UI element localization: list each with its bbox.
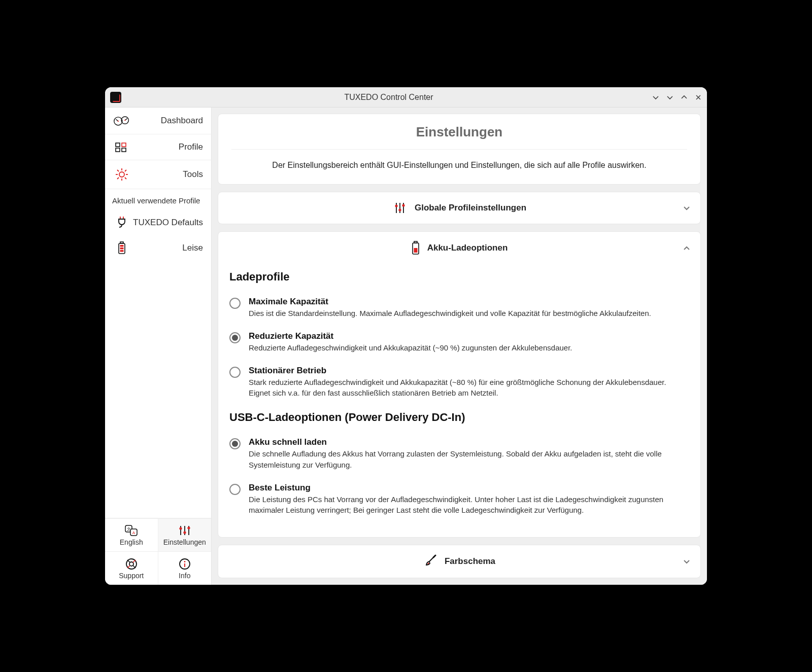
svg-point-52: [402, 204, 404, 206]
radio-max-capacity[interactable]: Maximale Kapazität Dies ist die Standard…: [229, 293, 689, 327]
radio-title: Maximale Kapazität: [249, 297, 651, 307]
usbc-heading: USB-C-Ladeoptionen (Power Delivery DC-In…: [229, 411, 689, 424]
radio-fast-charge[interactable]: Akku schnell laden Die schnelle Aufladun…: [229, 433, 689, 479]
plug-icon: [113, 216, 130, 229]
panel-global-label: Globale Profileinstellungen: [415, 203, 526, 213]
paintbrush-icon: [423, 554, 437, 569]
radio-desc: Die schnelle Aufladung des Akkus hat Vor…: [249, 448, 689, 471]
radio-title: Stationärer Betrieb: [249, 366, 689, 376]
panel-battery-label: Akku-Ladeoptionen: [427, 243, 508, 253]
page-title: Einstellungen: [231, 124, 687, 140]
radio-desc: Reduzierte Aufladegeschwindigkeit und Ak…: [249, 342, 572, 353]
radio-button[interactable]: [229, 298, 241, 309]
svg-line-18: [125, 178, 126, 179]
sidebar-spacer: [105, 261, 211, 518]
sidebar-settings-button[interactable]: Einstellungen: [158, 519, 212, 552]
chevron-down-icon: [682, 203, 691, 213]
info-icon: [178, 557, 191, 571]
panel-battery-header[interactable]: Akku-Ladeoptionen: [218, 232, 700, 264]
battery-icon: [411, 241, 420, 255]
svg-point-12: [119, 172, 124, 177]
svg-point-45: [184, 561, 185, 562]
svg-line-20: [117, 178, 119, 179]
sidebar-item-profile[interactable]: Profile: [105, 134, 211, 160]
svg-point-39: [129, 562, 133, 566]
sidebar-profile-label: TUXEDO Defaults: [133, 218, 203, 228]
radio-title: Reduzierte Kapazität: [249, 331, 572, 341]
app-window: TUXEDO Control Center: [104, 86, 708, 586]
panel-theme-label: Farbschema: [445, 556, 495, 567]
sidebar-profile-label: Leise: [182, 243, 203, 253]
window-close-icon[interactable]: [695, 94, 702, 101]
radio-stationary[interactable]: Stationärer Betrieb Stark reduzierte Auf…: [229, 362, 689, 407]
sidebar-item-label: Dashboard: [161, 116, 203, 126]
svg-point-7: [124, 120, 125, 121]
svg-point-35: [183, 531, 186, 534]
window-title: TUXEDO Control Center: [125, 93, 652, 102]
sidebar-profile-defaults[interactable]: TUXEDO Defaults: [105, 210, 211, 235]
sidebar-support-label: Support: [119, 572, 144, 580]
radio-desc: Dies ist die Standardeinstellung. Maxima…: [249, 308, 651, 319]
sidebar-info-label: Info: [179, 572, 190, 580]
svg-rect-26: [120, 247, 124, 250]
svg-rect-55: [414, 248, 417, 253]
sidebar-support-button[interactable]: Support: [105, 552, 158, 585]
sidebar-bottom-grid: 文 A English: [105, 518, 211, 585]
gear-icon: [113, 167, 130, 182]
app-icon: [110, 92, 121, 103]
charge-profiles-heading: Ladeprofile: [229, 270, 689, 284]
translate-icon: 文 A: [124, 524, 139, 537]
svg-point-37: [187, 526, 190, 529]
panel-theme: Farbschema: [218, 545, 701, 578]
sliders-icon: [392, 201, 408, 215]
battery-icon: [113, 241, 130, 255]
svg-line-19: [125, 170, 126, 171]
sidebar-language-button[interactable]: 文 A English: [105, 519, 158, 552]
sidebar-item-tools[interactable]: Tools: [105, 160, 211, 189]
svg-text:A: A: [132, 530, 136, 535]
svg-rect-25: [120, 245, 124, 247]
window-controls: [652, 94, 702, 101]
window-minimize-icon[interactable]: [666, 94, 673, 101]
radio-button[interactable]: [229, 484, 241, 495]
profile-icon: [113, 142, 130, 153]
sidebar-item-label: Tools: [183, 169, 203, 180]
panel-global-header[interactable]: Globale Profileinstellungen: [218, 192, 700, 224]
sidebar-profile-quiet[interactable]: Leise: [105, 235, 211, 261]
radio-button[interactable]: [229, 438, 241, 449]
intro-card: Einstellungen Der Einstellungsbereich en…: [218, 114, 701, 185]
panel-global-settings: Globale Profileinstellungen: [218, 192, 701, 224]
svg-rect-8: [116, 143, 120, 147]
chevron-up-icon: [682, 243, 691, 253]
radio-desc: Die Leistung des PCs hat Vorrang vor der…: [249, 494, 689, 516]
radio-button[interactable]: [229, 367, 241, 378]
svg-rect-10: [116, 148, 120, 152]
radio-best-performance[interactable]: Beste Leistung Die Leistung des PCs hat …: [229, 479, 689, 524]
intro-divider: [231, 149, 687, 150]
radio-reduced-capacity[interactable]: Reduzierte Kapazität Reduzierte Aufladeg…: [229, 327, 689, 362]
sidebar-info-button[interactable]: Info: [158, 552, 212, 585]
titlebar: TUXEDO Control Center: [105, 87, 707, 108]
sidebar-item-label: Profile: [179, 142, 203, 152]
panel-battery-body: Ladeprofile Maximale Kapazität Dies ist …: [218, 264, 700, 537]
radio-title: Akku schnell laden: [249, 437, 689, 447]
chevron-down-icon: [682, 557, 691, 566]
dashboard-icon: [113, 115, 130, 127]
svg-rect-9: [122, 143, 126, 147]
radio-desc: Stark reduzierte Aufladegeschwindigkeit …: [249, 377, 689, 399]
svg-rect-11: [122, 148, 126, 152]
radio-button[interactable]: [229, 332, 241, 343]
svg-point-48: [395, 204, 397, 207]
panel-theme-header[interactable]: Farbschema: [218, 545, 700, 578]
window-maximize-icon[interactable]: [681, 94, 688, 101]
sidebar-settings-label: Einstellungen: [163, 538, 206, 546]
sliders-icon: [177, 524, 192, 537]
sidebar-section-label: Aktuell verwendete Profile: [105, 189, 211, 210]
svg-point-33: [179, 527, 182, 529]
sidebar-language-label: English: [120, 538, 143, 546]
svg-point-4: [118, 121, 119, 122]
svg-line-17: [117, 170, 119, 171]
sidebar-item-dashboard[interactable]: Dashboard: [105, 108, 211, 134]
window-simplify-icon[interactable]: [652, 94, 659, 101]
svg-point-50: [398, 208, 401, 211]
